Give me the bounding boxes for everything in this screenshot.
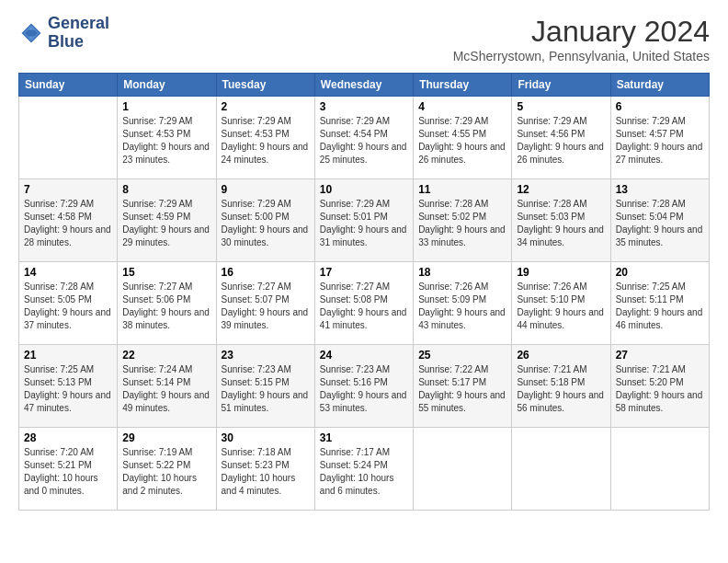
calendar-day-cell: 30Sunrise: 7:18 AMSunset: 5:23 PMDayligh… [216, 428, 314, 511]
weekday-header: Wednesday [314, 74, 413, 97]
day-detail: Sunrise: 7:25 AMSunset: 5:11 PMDaylight:… [616, 281, 704, 332]
day-number: 12 [517, 183, 605, 196]
calendar-day-cell [512, 428, 610, 511]
calendar-week-row: 14Sunrise: 7:28 AMSunset: 5:05 PMDayligh… [19, 262, 710, 345]
day-detail: Sunrise: 7:23 AMSunset: 5:16 PMDaylight:… [320, 363, 408, 415]
day-detail: Sunrise: 7:29 AMSunset: 4:55 PMDaylight:… [418, 115, 506, 167]
calendar-day-cell: 22Sunrise: 7:24 AMSunset: 5:14 PMDayligh… [118, 345, 216, 428]
calendar-day-cell: 3Sunrise: 7:29 AMSunset: 4:54 PMDaylight… [314, 97, 413, 179]
calendar-day-cell: 6Sunrise: 7:29 AMSunset: 4:57 PMDaylight… [610, 97, 709, 179]
logo-line1: General [48, 15, 109, 33]
calendar-day-cell: 17Sunrise: 7:27 AMSunset: 5:08 PMDayligh… [314, 262, 413, 345]
day-detail: Sunrise: 7:29 AMSunset: 4:58 PMDaylight:… [24, 198, 112, 249]
day-number: 28 [24, 431, 112, 444]
day-number: 30 [222, 431, 310, 444]
day-number: 20 [616, 266, 704, 279]
day-detail: Sunrise: 7:21 AMSunset: 5:20 PMDaylight:… [616, 363, 704, 415]
day-number: 19 [517, 266, 605, 279]
day-number: 8 [122, 183, 210, 196]
day-number: 24 [320, 349, 408, 362]
weekday-header: Monday [118, 74, 216, 97]
calendar-week-row: 21Sunrise: 7:25 AMSunset: 5:13 PMDayligh… [19, 345, 710, 428]
day-number: 7 [24, 183, 112, 196]
logo: General Blue [18, 15, 109, 52]
day-detail: Sunrise: 7:18 AMSunset: 5:23 PMDaylight:… [222, 446, 310, 498]
day-detail: Sunrise: 7:28 AMSunset: 5:05 PMDaylight:… [24, 281, 112, 332]
day-detail: Sunrise: 7:20 AMSunset: 5:21 PMDaylight:… [24, 446, 112, 498]
day-number: 4 [418, 100, 506, 113]
calendar-day-cell: 1Sunrise: 7:29 AMSunset: 4:53 PMDaylight… [118, 97, 216, 179]
logo-icon [18, 20, 44, 46]
calendar-week-row: 1Sunrise: 7:29 AMSunset: 4:53 PMDaylight… [19, 97, 710, 179]
day-detail: Sunrise: 7:28 AMSunset: 5:03 PMDaylight:… [517, 198, 605, 249]
calendar-day-cell: 28Sunrise: 7:20 AMSunset: 5:21 PMDayligh… [19, 428, 118, 511]
day-number: 21 [24, 349, 112, 362]
sub-title: McSherrystown, Pennsylvania, United Stat… [453, 49, 710, 63]
calendar-day-cell: 9Sunrise: 7:29 AMSunset: 5:00 PMDaylight… [216, 179, 314, 262]
day-detail: Sunrise: 7:27 AMSunset: 5:06 PMDaylight:… [122, 281, 210, 332]
calendar-day-cell: 25Sunrise: 7:22 AMSunset: 5:17 PMDayligh… [414, 345, 512, 428]
weekday-header: Tuesday [216, 74, 314, 97]
day-number: 22 [122, 349, 210, 362]
day-detail: Sunrise: 7:26 AMSunset: 5:10 PMDaylight:… [517, 281, 605, 332]
day-detail: Sunrise: 7:28 AMSunset: 5:02 PMDaylight:… [418, 198, 506, 249]
day-number: 15 [122, 266, 210, 279]
main-title: January 2024 [453, 15, 710, 49]
calendar-day-cell: 8Sunrise: 7:29 AMSunset: 4:59 PMDaylight… [118, 179, 216, 262]
calendar-day-cell: 11Sunrise: 7:28 AMSunset: 5:02 PMDayligh… [414, 179, 512, 262]
day-detail: Sunrise: 7:19 AMSunset: 5:22 PMDaylight:… [122, 446, 210, 498]
day-detail: Sunrise: 7:27 AMSunset: 5:08 PMDaylight:… [320, 281, 408, 332]
weekday-header: Sunday [19, 74, 118, 97]
calendar-day-cell: 2Sunrise: 7:29 AMSunset: 4:53 PMDaylight… [216, 97, 314, 179]
weekday-header: Saturday [610, 74, 709, 97]
calendar-day-cell: 13Sunrise: 7:28 AMSunset: 5:04 PMDayligh… [610, 179, 709, 262]
day-number: 27 [616, 349, 704, 362]
day-detail: Sunrise: 7:29 AMSunset: 4:59 PMDaylight:… [122, 198, 210, 249]
day-detail: Sunrise: 7:25 AMSunset: 5:13 PMDaylight:… [24, 363, 112, 415]
calendar-day-cell: 16Sunrise: 7:27 AMSunset: 5:07 PMDayligh… [216, 262, 314, 345]
day-detail: Sunrise: 7:23 AMSunset: 5:15 PMDaylight:… [222, 363, 310, 415]
day-number: 6 [616, 100, 704, 113]
day-number: 18 [418, 266, 506, 279]
title-block: January 2024 McSherrystown, Pennsylvania… [453, 15, 710, 63]
day-detail: Sunrise: 7:22 AMSunset: 5:17 PMDaylight:… [418, 363, 506, 415]
calendar-day-cell: 7Sunrise: 7:29 AMSunset: 4:58 PMDaylight… [19, 179, 118, 262]
day-detail: Sunrise: 7:29 AMSunset: 4:53 PMDaylight:… [122, 115, 210, 167]
day-number: 26 [517, 349, 605, 362]
day-number: 11 [418, 183, 506, 196]
calendar-day-cell: 10Sunrise: 7:29 AMSunset: 5:01 PMDayligh… [314, 179, 413, 262]
calendar-day-cell: 4Sunrise: 7:29 AMSunset: 4:55 PMDaylight… [414, 97, 512, 179]
day-detail: Sunrise: 7:21 AMSunset: 5:18 PMDaylight:… [517, 363, 605, 415]
day-number: 1 [122, 100, 210, 113]
calendar-day-cell [610, 428, 709, 511]
day-detail: Sunrise: 7:29 AMSunset: 4:54 PMDaylight:… [320, 115, 408, 167]
calendar-day-cell: 26Sunrise: 7:21 AMSunset: 5:18 PMDayligh… [512, 345, 610, 428]
calendar-week-row: 7Sunrise: 7:29 AMSunset: 4:58 PMDaylight… [19, 179, 710, 262]
day-number: 2 [222, 100, 310, 113]
day-detail: Sunrise: 7:26 AMSunset: 5:09 PMDaylight:… [418, 281, 506, 332]
calendar-day-cell: 31Sunrise: 7:17 AMSunset: 5:24 PMDayligh… [314, 428, 413, 511]
calendar-day-cell [414, 428, 512, 511]
page-header: General Blue January 2024 McSherrystown,… [18, 15, 710, 63]
day-detail: Sunrise: 7:28 AMSunset: 5:04 PMDaylight:… [616, 198, 704, 249]
day-number: 29 [122, 431, 210, 444]
calendar-day-cell: 15Sunrise: 7:27 AMSunset: 5:06 PMDayligh… [118, 262, 216, 345]
day-number: 14 [24, 266, 112, 279]
calendar-table: SundayMondayTuesdayWednesdayThursdayFrid… [18, 73, 710, 511]
calendar-day-cell: 20Sunrise: 7:25 AMSunset: 5:11 PMDayligh… [610, 262, 709, 345]
logo-line2: Blue [48, 33, 109, 52]
calendar-day-cell: 5Sunrise: 7:29 AMSunset: 4:56 PMDaylight… [512, 97, 610, 179]
day-number: 17 [320, 266, 408, 279]
day-number: 16 [222, 266, 310, 279]
calendar-day-cell: 18Sunrise: 7:26 AMSunset: 5:09 PMDayligh… [414, 262, 512, 345]
day-detail: Sunrise: 7:29 AMSunset: 4:53 PMDaylight:… [222, 115, 310, 167]
calendar-day-cell: 14Sunrise: 7:28 AMSunset: 5:05 PMDayligh… [19, 262, 118, 345]
day-number: 5 [517, 100, 605, 113]
day-detail: Sunrise: 7:24 AMSunset: 5:14 PMDaylight:… [122, 363, 210, 415]
calendar-day-cell: 19Sunrise: 7:26 AMSunset: 5:10 PMDayligh… [512, 262, 610, 345]
calendar-day-cell: 24Sunrise: 7:23 AMSunset: 5:16 PMDayligh… [314, 345, 413, 428]
day-number: 23 [222, 349, 310, 362]
calendar-week-row: 28Sunrise: 7:20 AMSunset: 5:21 PMDayligh… [19, 428, 710, 511]
day-detail: Sunrise: 7:29 AMSunset: 4:57 PMDaylight:… [616, 115, 704, 167]
weekday-header: Friday [512, 74, 610, 97]
